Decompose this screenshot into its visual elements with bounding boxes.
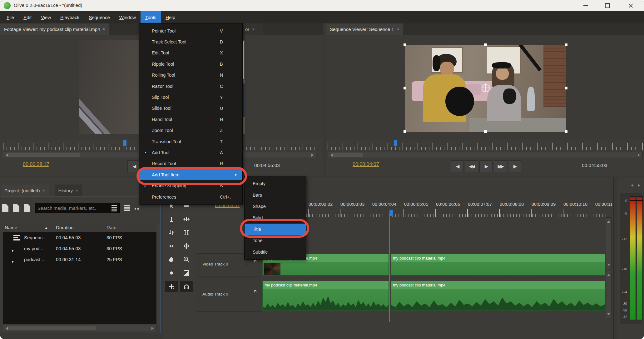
transport-button[interactable]: ▶ [479, 160, 493, 172]
zoom-tool-button[interactable] [180, 254, 193, 265]
rolling-tool-button[interactable] [165, 227, 178, 238]
pin-icon[interactable]: × [75, 188, 79, 193]
scroll-left-icon[interactable] [4, 154, 8, 157]
slide-tool-button[interactable] [180, 240, 193, 252]
submenu-item[interactable]: Shape [245, 201, 306, 212]
menu-item[interactable]: Hand Tool H [139, 114, 242, 125]
table-row[interactable]: my pod... 00:04:55:03 30 FPS [3, 243, 156, 254]
scroll-right-icon[interactable] [311, 154, 315, 157]
sequence-scrollbar[interactable] [328, 152, 643, 158]
submenu-item[interactable]: Empty [245, 178, 306, 189]
menu-item[interactable]: Slide Tool U [139, 103, 242, 114]
scroll-right-icon[interactable] [151, 327, 155, 330]
pin-icon[interactable]: × [102, 27, 106, 32]
project-hscrollbar[interactable] [3, 325, 156, 331]
razor-tool-button[interactable] [180, 227, 193, 238]
media-list[interactable]: Sequenc... 00:04:55:03 30 FPS my pod... … [3, 232, 156, 324]
list-view-icon[interactable] [124, 205, 130, 211]
menu-item[interactable]: Zoom Tool Z [139, 125, 242, 136]
scrollbar-thumb[interactable] [333, 153, 363, 157]
timeline-playhead[interactable] [389, 210, 393, 216]
project-vscrollbar[interactable] [156, 223, 160, 324]
audio-clip[interactable]: my podcast clip material.mp4 [391, 281, 605, 311]
submenu-item[interactable]: Tone [245, 235, 306, 246]
scroll-right-icon[interactable] [638, 154, 642, 157]
ripple-tool-button[interactable] [180, 214, 193, 225]
menubar-item[interactable]: View [36, 11, 56, 23]
tab-project[interactable]: Project: (untitled)× [1, 185, 49, 196]
menu-item[interactable]: Pointer Tool V [139, 25, 242, 36]
menu-item[interactable]: Add Tool Item [139, 169, 242, 180]
tab-history[interactable]: History× [55, 185, 82, 196]
submenu-item[interactable]: Subtitle [245, 246, 306, 257]
menubar-item[interactable]: Edit [19, 11, 36, 23]
sequence-playhead[interactable] [394, 140, 397, 146]
edit-tool-button[interactable] [165, 214, 178, 225]
video-tracks-scrollbar[interactable] [606, 217, 612, 269]
maximize-button[interactable] [600, 1, 615, 10]
pin-icon[interactable]: × [42, 188, 46, 193]
tab-scroll-left-icon[interactable] [630, 184, 633, 187]
close-button[interactable] [624, 1, 638, 10]
audio-scrub-button[interactable] [180, 281, 193, 292]
timeline-ruler[interactable]: 00:00:01:0100:00:02:0200:00:03:0300:00:0… [258, 202, 612, 218]
submenu-item[interactable]: Bars [245, 189, 306, 200]
column-duration[interactable]: Duration [56, 225, 74, 230]
gizmo-handle[interactable] [404, 130, 406, 133]
search-options-icon[interactable] [111, 205, 117, 211]
menubar-item[interactable]: Help [161, 11, 180, 23]
menubar-item[interactable]: Tools [141, 11, 161, 23]
submenu-item[interactable]: Solid [245, 212, 306, 223]
audio-track-header[interactable]: Audio Track 0 [196, 277, 261, 312]
gizmo-handle[interactable] [565, 130, 567, 133]
pin-icon[interactable]: × [252, 27, 255, 32]
sequence-video-area[interactable] [326, 35, 644, 139]
record-tool-button[interactable] [165, 267, 178, 279]
menu-item[interactable]: ✓ Enable Snapping S [139, 180, 242, 191]
column-rate[interactable]: Rate [107, 225, 116, 230]
menu-item[interactable]: Slip Tool Y [139, 92, 242, 103]
scrollbar-thumb[interactable] [8, 326, 96, 330]
footage-current-timecode[interactable]: 00:00:28:17 [23, 162, 49, 167]
new-project-icon[interactable] [2, 204, 8, 212]
column-name[interactable]: Name [5, 225, 17, 230]
tab-footage-viewer[interactable]: Footage Viewer: my podcast clip material… [0, 23, 109, 35]
menubar-item[interactable]: Playback [56, 11, 84, 23]
menu-item[interactable]: Preferences Ctrl+, [139, 191, 242, 202]
scroll-left-icon[interactable] [329, 154, 333, 157]
submenu-item[interactable]: Title [245, 224, 306, 235]
menu-item[interactable]: Edit Tool X [139, 48, 242, 58]
table-header[interactable]: Name Duration Rate [3, 223, 156, 232]
menu-item[interactable]: Ripple Tool B [139, 58, 242, 69]
gizmo-handle[interactable] [404, 43, 406, 46]
menubar-item[interactable]: Sequence [84, 11, 115, 23]
tab-sequence-viewer[interactable]: Sequence Viewer: Sequence 1× [326, 23, 403, 35]
gizmo-handle[interactable] [404, 87, 406, 89]
menu-item[interactable]: Track Select Tool D [139, 36, 242, 47]
transport-button[interactable]: ◀ [451, 160, 464, 172]
transport-button[interactable]: ◀ [127, 160, 141, 172]
footage-playhead[interactable] [123, 140, 126, 146]
gizmo-center-icon[interactable] [482, 84, 490, 92]
audio-tracks-scrollbar[interactable] [606, 271, 612, 318]
menu-item[interactable]: • Add Tool A [139, 147, 242, 158]
scrollbar-thumb[interactable] [8, 153, 80, 157]
video-clip[interactable]: my podcast clip material.mp4 [391, 254, 605, 276]
menu-item[interactable]: Record Tool R [139, 158, 242, 169]
transport-button[interactable]: ▶ [508, 160, 521, 172]
icon-view-icon[interactable] [135, 205, 140, 211]
transition-tool-button[interactable] [180, 267, 193, 279]
menubar-item[interactable]: File [2, 11, 19, 23]
save-project-icon[interactable] [24, 204, 30, 212]
gizmo-handle[interactable] [484, 130, 487, 133]
table-row[interactable]: Sequenc... 00:04:55:03 30 FPS [3, 232, 156, 243]
gizmo-handle[interactable] [565, 87, 567, 89]
search-input[interactable]: Search media, markers, etc. [35, 203, 120, 213]
transport-button[interactable]: ◀◀ [465, 160, 478, 172]
scroll-left-icon[interactable] [4, 327, 8, 330]
menubar-item[interactable]: Window [115, 11, 141, 23]
pin-icon[interactable]: × [396, 27, 400, 32]
menu-item[interactable]: Razor Tool C [139, 81, 242, 92]
sequence-current-timecode[interactable]: 00:00:04:07 [353, 162, 379, 167]
minimize-button[interactable] [578, 1, 593, 10]
